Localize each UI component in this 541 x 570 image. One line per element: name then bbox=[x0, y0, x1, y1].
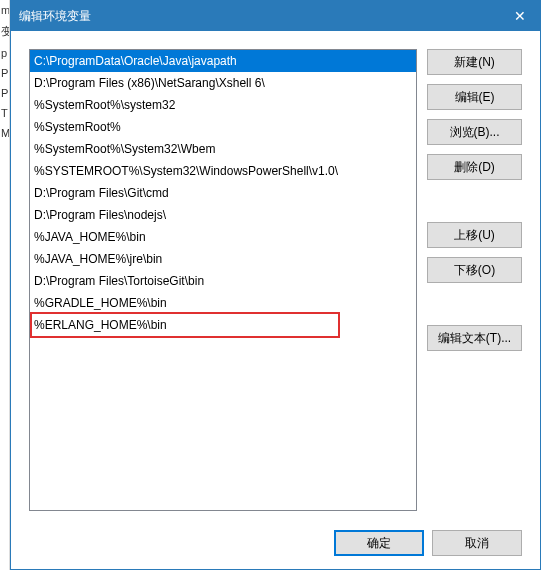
dialog-footer: 确定 取消 bbox=[11, 529, 540, 569]
spacer bbox=[427, 189, 522, 213]
ok-button[interactable]: 确定 bbox=[334, 530, 424, 556]
edit-text-button[interactable]: 编辑文本(T)... bbox=[427, 325, 522, 351]
delete-button[interactable]: 删除(D) bbox=[427, 154, 522, 180]
path-listbox[interactable]: C:\ProgramData\Oracle\Java\javapath D:\P… bbox=[29, 49, 417, 511]
edit-button[interactable]: 编辑(E) bbox=[427, 84, 522, 110]
move-up-button[interactable]: 上移(U) bbox=[427, 222, 522, 248]
list-item[interactable]: D:\Program Files\TortoiseGit\bin bbox=[30, 270, 416, 292]
list-item[interactable]: %ERLANG_HOME%\bin bbox=[30, 314, 416, 336]
list-item[interactable]: %JAVA_HOME%\bin bbox=[30, 226, 416, 248]
list-item[interactable]: %SYSTEMROOT%\System32\WindowsPowerShell\… bbox=[30, 160, 416, 182]
background-window-fragments: m 变 p P P T M bbox=[0, 0, 10, 570]
list-item[interactable]: D:\Program Files (x86)\NetSarang\Xshell … bbox=[30, 72, 416, 94]
titlebar: 编辑环境变量 ✕ bbox=[11, 1, 540, 31]
list-item[interactable]: C:\ProgramData\Oracle\Java\javapath bbox=[30, 50, 416, 72]
list-item[interactable]: %SystemRoot% bbox=[30, 116, 416, 138]
list-item[interactable]: %SystemRoot%\system32 bbox=[30, 94, 416, 116]
list-item[interactable]: %SystemRoot%\System32\Wbem bbox=[30, 138, 416, 160]
cancel-button[interactable]: 取消 bbox=[432, 530, 522, 556]
side-button-panel: 新建(N) 编辑(E) 浏览(B)... 删除(D) 上移(U) 下移(O) 编… bbox=[427, 49, 522, 511]
spacer bbox=[427, 292, 522, 316]
window-title: 编辑环境变量 bbox=[19, 8, 500, 25]
close-icon: ✕ bbox=[514, 8, 526, 24]
new-button[interactable]: 新建(N) bbox=[427, 49, 522, 75]
close-button[interactable]: ✕ bbox=[500, 1, 540, 31]
list-item[interactable]: %JAVA_HOME%\jre\bin bbox=[30, 248, 416, 270]
move-down-button[interactable]: 下移(O) bbox=[427, 257, 522, 283]
list-item[interactable]: D:\Program Files\nodejs\ bbox=[30, 204, 416, 226]
list-item[interactable]: D:\Program Files\Git\cmd bbox=[30, 182, 416, 204]
list-item[interactable]: %GRADLE_HOME%\bin bbox=[30, 292, 416, 314]
edit-environment-variable-dialog: 编辑环境变量 ✕ C:\ProgramData\Oracle\Java\java… bbox=[10, 0, 541, 570]
browse-button[interactable]: 浏览(B)... bbox=[427, 119, 522, 145]
dialog-content: C:\ProgramData\Oracle\Java\javapath D:\P… bbox=[11, 31, 540, 529]
